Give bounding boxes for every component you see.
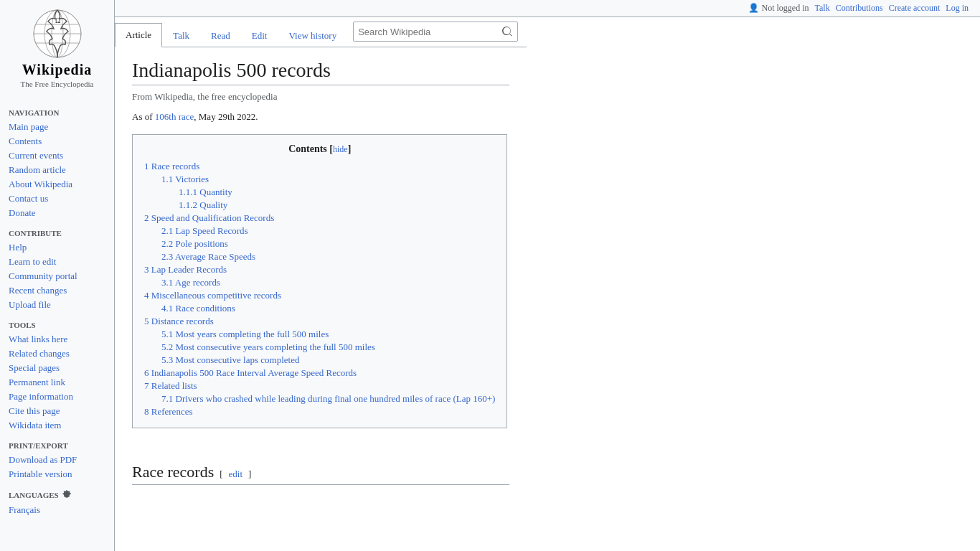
toc-item-5-2: 5.2 Most consecutive years completing th… xyxy=(161,342,495,353)
toc-link-1-1[interactable]: 1.1 Victories xyxy=(161,174,209,184)
toc-link-2-1[interactable]: 2.1 Lap Speed Records xyxy=(161,225,248,236)
sidebar-item-download-pdf[interactable]: Download as PDF xyxy=(0,453,114,467)
sidebar-item-permanent-link[interactable]: Permanent link xyxy=(0,375,114,390)
toc-link-7[interactable]: 7 Related lists xyxy=(144,380,197,391)
toc-title: Contents [hide] xyxy=(144,143,495,155)
toc-item-6: 6 Indianapolis 500 Race Interval Average… xyxy=(144,367,495,379)
article-tab[interactable]: Article xyxy=(115,23,162,47)
section-race-records-edit-link[interactable]: edit xyxy=(229,468,243,480)
wikipedia-wordmark[interactable]: Wikipedia xyxy=(22,62,93,78)
view-history-tab[interactable]: View history xyxy=(278,24,347,47)
toc-item-2-3: 2.3 Average Race Speeds xyxy=(161,251,495,263)
toc-link-1-1-2[interactable]: 1.1.2 Quality xyxy=(179,199,227,210)
page-title: Indianapolis 500 records xyxy=(132,59,509,85)
sidebar-item-help[interactable]: Help xyxy=(0,240,114,255)
toc-link-1-1-1[interactable]: 1.1.1 Quantity xyxy=(179,187,232,197)
section-race-records-title: Race records xyxy=(132,463,214,481)
toc-link-3[interactable]: 3 Lap Leader Records xyxy=(144,264,227,275)
sidebar-item-random-article[interactable]: Random article xyxy=(0,163,114,177)
106th-race-link[interactable]: 106th race xyxy=(155,111,194,122)
sidebar-item-recent-changes[interactable]: Recent changes xyxy=(0,283,114,298)
sidebar-item-related-changes[interactable]: Related changes xyxy=(0,347,114,361)
toc-link-5-2[interactable]: 5.2 Most consecutive years completing th… xyxy=(161,342,375,352)
toc-item-7-1: 7.1 Drivers who crashed while leading du… xyxy=(161,393,495,405)
sidebar-item-current-events[interactable]: Current events xyxy=(0,149,114,163)
edit-tab-link[interactable]: Edit xyxy=(252,30,268,41)
sidebar-item-donate[interactable]: Donate xyxy=(0,206,114,220)
sidebar-item-wikidata-item[interactable]: Wikidata item xyxy=(0,418,114,433)
section-edit-bracket-open: [ xyxy=(220,468,222,480)
toc-item-5: 5 Distance records xyxy=(144,316,495,327)
article-content: Indianapolis 500 records From Wikipedia,… xyxy=(115,47,527,502)
as-of-prefix: As of xyxy=(132,111,155,122)
user-icon: 👤 xyxy=(748,3,759,14)
sidebar-item-community-portal[interactable]: Community portal xyxy=(0,269,114,283)
sidebar-item-cite-this-page[interactable]: Cite this page xyxy=(0,404,114,418)
toc-link-6[interactable]: 6 Indianapolis 500 Race Interval Average… xyxy=(144,367,357,378)
toc-title-text: Contents xyxy=(288,143,327,154)
toc-item-2: 2 Speed and Qualification Records xyxy=(144,212,495,224)
sidebar-item-printable-version[interactable]: Printable version xyxy=(0,467,114,481)
article-tab-link[interactable]: Article xyxy=(126,29,151,40)
sidebar-item-learn-to-edit[interactable]: Learn to edit xyxy=(0,255,114,269)
toc-item-4: 4 Miscellaneous competitive records xyxy=(144,290,495,301)
top-bar: 👤 Not logged in Talk Contributions Creat… xyxy=(0,0,980,17)
wikipedia-logo: Ω xyxy=(32,9,83,59)
toc-link-5-3[interactable]: 5.3 Most consecutive laps completed xyxy=(161,354,299,365)
wikipedia-tagline: The Free Encyclopedia xyxy=(20,80,93,88)
toc-link-7-1[interactable]: 7.1 Drivers who crashed while leading du… xyxy=(161,393,495,404)
view-history-tab-link[interactable]: View history xyxy=(288,30,336,41)
read-tab-link[interactable]: Read xyxy=(211,30,230,41)
toc-brackets-close: ] xyxy=(348,143,352,154)
toc-link-3-1[interactable]: 3.1 Age records xyxy=(161,277,220,288)
navigation-section-title: Navigation xyxy=(0,103,114,120)
toc-link-1[interactable]: 1 Race records xyxy=(144,161,199,171)
log-in-link[interactable]: Log in xyxy=(946,3,969,14)
create-account-link[interactable]: Create account xyxy=(889,3,941,14)
sidebar-item-contact-us[interactable]: Contact us xyxy=(0,192,114,206)
languages-section-title: Languages xyxy=(0,484,114,502)
print-section-title: Print/export xyxy=(0,435,114,453)
sidebar-item-page-information[interactable]: Page information xyxy=(0,390,114,404)
search-icon xyxy=(501,26,513,37)
toc-link-4-1[interactable]: 4.1 Race conditions xyxy=(161,303,235,314)
section-race-records-heading: Race records [ edit ] xyxy=(132,463,509,485)
toc-item-1-1-2: 1.1.2 Quality xyxy=(179,199,495,211)
sidebar-nav: Navigation Main page Contents Current ev… xyxy=(0,94,114,502)
toc-item-7: 7 Related lists xyxy=(144,380,495,392)
toc-link-2-2[interactable]: 2.2 Pole positions xyxy=(161,238,228,249)
toc-hide-link[interactable]: hide xyxy=(333,144,348,154)
sidebar-item-main-page[interactable]: Main page xyxy=(0,120,114,134)
search-input[interactable] xyxy=(354,25,497,39)
languages-settings-icon[interactable] xyxy=(62,490,72,500)
toc-item-2-2: 2.2 Pole positions xyxy=(161,238,495,250)
sidebar-item-what-links-here[interactable]: What links here xyxy=(0,332,114,347)
contributions-link[interactable]: Contributions xyxy=(836,3,883,14)
search-button[interactable] xyxy=(497,23,517,40)
toc-link-2-3[interactable]: 2.3 Average Race Speeds xyxy=(161,251,255,262)
toc-link-4[interactable]: 4 Miscellaneous competitive records xyxy=(144,290,281,301)
sidebar-item-contents[interactable]: Contents xyxy=(0,134,114,149)
toc-link-8[interactable]: 8 References xyxy=(144,406,193,417)
sidebar-item-upload-file[interactable]: Upload file xyxy=(0,298,114,312)
logo-container: Ω Wikipedia The Free Encyclopedia xyxy=(0,0,114,94)
tools-section-title: Tools xyxy=(0,315,114,332)
as-of-suffix: , May 29th 2022. xyxy=(194,111,258,122)
from-wikipedia: From Wikipedia, the free encyclopedia xyxy=(132,91,509,103)
toc-item-1-1: 1.1 Victories xyxy=(161,174,495,185)
header-area: Article Talk Read Edit View history xyxy=(115,17,527,47)
contribute-section-title: Contribute xyxy=(0,223,114,240)
talk-tab-link[interactable]: Talk xyxy=(173,30,189,41)
talk-link[interactable]: Talk xyxy=(815,3,830,14)
read-tab[interactable]: Read xyxy=(200,24,241,47)
toc-link-5-1[interactable]: 5.1 Most years completing the full 500 m… xyxy=(161,329,329,339)
toc-item-2-1: 2.1 Lap Speed Records xyxy=(161,225,495,237)
not-logged-in-text: Not logged in xyxy=(762,3,809,14)
talk-tab[interactable]: Talk xyxy=(162,24,200,47)
edit-tab[interactable]: Edit xyxy=(241,24,278,47)
sidebar-item-about-wikipedia[interactable]: About Wikipedia xyxy=(0,177,114,192)
toc-link-2[interactable]: 2 Speed and Qualification Records xyxy=(144,212,274,223)
svg-text:Ω: Ω xyxy=(55,17,60,24)
sidebar-item-special-pages[interactable]: Special pages xyxy=(0,361,114,375)
toc-link-5[interactable]: 5 Distance records xyxy=(144,316,214,326)
